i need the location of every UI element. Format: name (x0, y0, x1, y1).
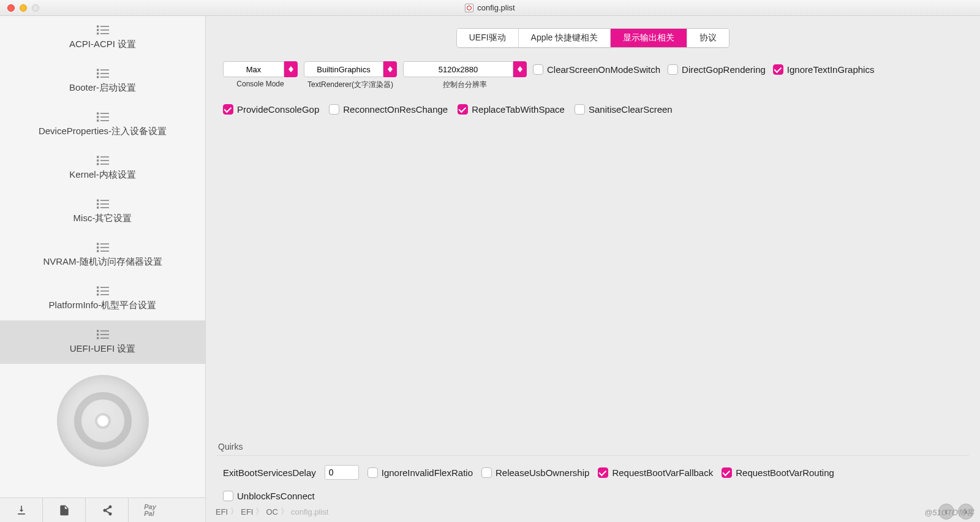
chevron-updown-icon (284, 61, 298, 77)
svg-rect-2 (97, 29, 99, 31)
svg-rect-5 (100, 33, 108, 34)
svg-rect-37 (100, 287, 108, 288)
svg-rect-16 (97, 119, 99, 121)
svg-rect-45 (100, 334, 108, 335)
svg-rect-36 (97, 287, 99, 289)
quirks-check-RequestBootVarRouting[interactable]: RequestBootVarRouting (722, 464, 834, 480)
console-mode-select[interactable]: Max (223, 61, 298, 77)
checkbox-icon (722, 467, 732, 478)
titlebar: config.plist (0, 0, 980, 16)
sidebar-item-3[interactable]: Kernel-内核设置 (0, 146, 205, 190)
svg-rect-29 (100, 207, 108, 208)
sidebar-item-6[interactable]: PlatformInfo-机型平台设置 (0, 277, 205, 320)
tab-2[interactable]: 显示输出相关 (611, 29, 687, 47)
sidebar-item-label: ACPI-ACPI 设置 (69, 39, 136, 50)
quirks-check-RequestBootVarFallback[interactable]: RequestBootVarFallback (598, 464, 713, 480)
sidebar-item-2[interactable]: DeviceProperties-注入设备设置 (0, 103, 205, 146)
tab-1[interactable]: Apple 快捷键相关 (519, 29, 611, 47)
checkbox-icon (533, 64, 543, 75)
output-check-ProvideConsoleGop[interactable]: ProvideConsoleGop (223, 101, 319, 117)
svg-rect-4 (97, 32, 99, 34)
svg-rect-44 (97, 333, 99, 335)
exit-delay-label: ExitBootServicesDelay (223, 467, 316, 478)
checkbox-icon (223, 491, 233, 501)
resolution-label: 控制台分辨率 (443, 80, 487, 90)
list-icon (97, 199, 109, 209)
quirks-check-ReleaseUsbOwnership[interactable]: ReleaseUsbOwnership (481, 464, 589, 480)
resolution-select[interactable]: 5120x2880 (403, 61, 527, 77)
checkbox-label: ProvideConsoleGop (237, 104, 319, 115)
checkbox-label: DirectGopRendering (682, 64, 766, 75)
output-check-ClearScreenOnModeSwitch[interactable]: ClearScreenOnModeSwitch (533, 61, 660, 77)
tab-3[interactable]: 协议 (687, 29, 729, 47)
checkbox-label: SanitiseClearScreen (589, 104, 673, 115)
list-icon (97, 330, 109, 339)
sidebar-item-label: NVRAM-随机访问存储器设置 (43, 256, 162, 268)
checkbox-icon (223, 104, 233, 115)
svg-rect-1 (100, 26, 108, 27)
output-check-ReplaceTabWithSpace[interactable]: ReplaceTabWithSpace (458, 101, 565, 117)
svg-rect-39 (100, 290, 108, 292)
sidebar-item-4[interactable]: Misc-其它设置 (0, 190, 205, 233)
svg-rect-35 (100, 251, 108, 252)
svg-rect-43 (100, 330, 108, 331)
svg-rect-3 (100, 29, 108, 31)
text-renderer-select[interactable]: BuiltinGraphics (304, 61, 397, 77)
tabs: UEFI驱动Apple 快捷键相关显示输出相关协议 (456, 28, 730, 48)
svg-rect-27 (100, 203, 108, 205)
export-button[interactable] (0, 498, 43, 522)
checkbox-icon (668, 64, 678, 75)
sidebar: ACPI-ACPI 设置Booter-启动设置DeviceProperties-… (0, 16, 206, 522)
output-check-ReconnectOnResChange[interactable]: ReconnectOnResChange (329, 101, 448, 117)
checkbox-label: ClearScreenOnModeSwitch (547, 64, 660, 75)
checkbox-label: UnblockFsConnect (237, 491, 315, 501)
sidebar-item-label: Booter-启动设置 (69, 82, 136, 94)
svg-rect-46 (97, 337, 99, 339)
sidebar-item-1[interactable]: Booter-启动设置 (0, 59, 205, 103)
checkbox-icon (368, 467, 378, 478)
output-check-SanitiseClearScreen[interactable]: SanitiseClearScreen (575, 101, 673, 117)
sidebar-item-0[interactable]: ACPI-ACPI 设置 (0, 16, 205, 59)
svg-rect-32 (97, 246, 99, 248)
svg-rect-38 (97, 290, 99, 292)
svg-rect-19 (100, 156, 108, 157)
svg-rect-33 (100, 247, 108, 248)
window-title: config.plist (0, 3, 980, 12)
checkbox-label: ReleaseUsbOwnership (496, 467, 589, 478)
checkbox-label: IgnoreTextInGraphics (787, 64, 875, 75)
output-check-DirectGopRendering[interactable]: DirectGopRendering (668, 61, 766, 77)
svg-rect-34 (97, 250, 99, 252)
share-button[interactable] (86, 498, 129, 522)
exit-delay-input[interactable]: 0 (325, 465, 359, 480)
svg-rect-28 (97, 206, 99, 208)
import-button[interactable] (43, 498, 86, 522)
svg-rect-9 (100, 73, 108, 74)
breadcrumb: EFI〉 EFI〉 OC〉 config.plist (216, 506, 328, 517)
disc-graphic (0, 364, 205, 497)
checkbox-label: IgnoreInvalidFlexRatio (382, 467, 473, 478)
svg-rect-6 (97, 69, 99, 71)
checkbox-label: ReplaceTabWithSpace (472, 104, 565, 115)
text-renderer-label: TextRenderer(文字渲染器) (307, 80, 393, 90)
checkbox-icon (329, 104, 339, 115)
checkbox-label: RequestBootVarRouting (736, 467, 834, 478)
quirks-check-UnblockFsConnect[interactable]: UnblockFsConnect (223, 488, 315, 504)
quirks-check-IgnoreInvalidFlexRatio[interactable]: IgnoreInvalidFlexRatio (368, 464, 473, 480)
svg-rect-40 (97, 293, 99, 295)
list-icon (97, 25, 109, 35)
svg-rect-18 (97, 156, 99, 158)
checkbox-icon (458, 104, 468, 115)
checkbox-label: ReconnectOnResChange (343, 104, 448, 115)
sidebar-item-5[interactable]: NVRAM-随机访问存储器设置 (0, 233, 205, 277)
list-icon (97, 286, 109, 296)
svg-rect-20 (97, 159, 99, 161)
output-check-IgnoreTextInGraphics[interactable]: IgnoreTextInGraphics (773, 61, 875, 77)
list-icon (97, 156, 109, 165)
svg-rect-42 (97, 330, 99, 332)
tab-0[interactable]: UEFI驱动 (457, 29, 519, 47)
document-icon (465, 4, 473, 12)
svg-rect-11 (100, 77, 108, 78)
paypal-button[interactable]: PayPal (129, 498, 172, 522)
svg-rect-31 (100, 243, 108, 244)
sidebar-item-7[interactable]: UEFI-UEFI 设置 (0, 320, 205, 364)
